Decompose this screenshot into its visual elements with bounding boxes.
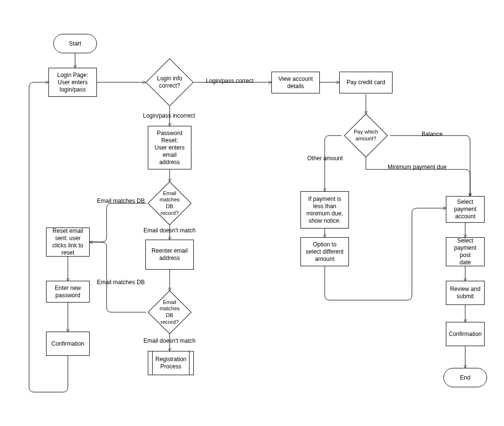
reenter-email-label: Reenter email address xyxy=(152,247,188,262)
edge-min-due: Minimum payment due xyxy=(388,164,446,170)
password-reset-node: Password Reset: User enters email addres… xyxy=(148,126,191,169)
edge-email-matches2: Email matches DB xyxy=(97,279,145,286)
password-reset-label: Password Reset: User enters email addres… xyxy=(155,130,185,166)
review-submit-node: Review and submit xyxy=(446,281,485,305)
start-label: Start xyxy=(69,40,81,47)
login-page-label: Login Page: User enters login/pass xyxy=(57,72,88,93)
login-decision-label: Login info correct? xyxy=(157,75,182,90)
login-page-node: Login Page: User enters login/pass xyxy=(48,68,97,97)
email-match2-node: Email matches DB record? xyxy=(154,297,185,328)
edge-other-amount: Other amount xyxy=(307,155,343,162)
flowchart-canvas: Start End Login Page: User enters login/… xyxy=(0,0,504,426)
select-pay-acct-label: Select payment account xyxy=(454,198,476,220)
confirmation-right-label: Confirmation xyxy=(449,331,482,338)
edge-balance: Balance xyxy=(422,131,442,137)
enter-new-pw-label: Enter new password xyxy=(55,285,81,299)
select-pay-acct-node: Select payment account xyxy=(446,196,485,223)
reenter-email-node: Reenter email address xyxy=(145,240,194,270)
edge-login-incorrect: Login/pass incorrect xyxy=(143,112,195,119)
option-diff-label: Option to select different amount xyxy=(306,241,344,263)
confirmation-left-node: Confirmation xyxy=(46,332,90,356)
pay-which-label: Pay which amount? xyxy=(354,129,378,142)
review-submit-label: Review and submit xyxy=(450,286,481,300)
edge-email-nomatch1: Email doesn't match xyxy=(143,227,196,234)
end-node: End xyxy=(443,368,487,387)
email-match2-label: Email matches DB record? xyxy=(157,299,182,326)
end-label: End xyxy=(460,374,470,381)
pay-card-node: Pay credit card xyxy=(339,72,393,93)
email-match1-label: Email matches DB record? xyxy=(157,190,182,217)
edges-layer xyxy=(0,0,504,426)
reset-email-label: Reset email sent: user clicks link to re… xyxy=(52,228,83,257)
enter-new-pw-node: Enter new password xyxy=(46,281,90,303)
notice-min-label: If payment is less than minimum due, sho… xyxy=(306,196,343,225)
select-post-date-label: Select payment post date xyxy=(448,237,482,266)
view-account-label: View account details xyxy=(278,76,313,90)
pay-which-node: Pay which amount? xyxy=(350,120,381,151)
reset-email-node: Reset email sent: user clicks link to re… xyxy=(46,228,90,257)
pay-card-label: Pay credit card xyxy=(346,79,385,86)
email-match1-node: Email matches DB record? xyxy=(154,188,185,219)
login-decision-node: Login info correct? xyxy=(153,65,187,99)
option-diff-node: Option to select different amount xyxy=(300,237,349,266)
edge-login-correct: Login/pass correct xyxy=(206,77,253,84)
registration-node: Registration Process xyxy=(148,351,194,375)
edge-email-nomatch2: Email doesn't match xyxy=(143,337,196,344)
select-post-date-node: Select payment post date xyxy=(446,237,485,266)
view-account-node: View account details xyxy=(271,72,320,93)
confirmation-left-label: Confirmation xyxy=(51,340,84,348)
notice-min-node: If payment is less than minimum due, sho… xyxy=(300,191,349,228)
start-node: Start xyxy=(53,34,97,53)
registration-label: Registration Process xyxy=(155,356,186,370)
confirmation-right-node: Confirmation xyxy=(446,322,485,346)
edge-email-matches1: Email matches DB xyxy=(97,198,145,204)
